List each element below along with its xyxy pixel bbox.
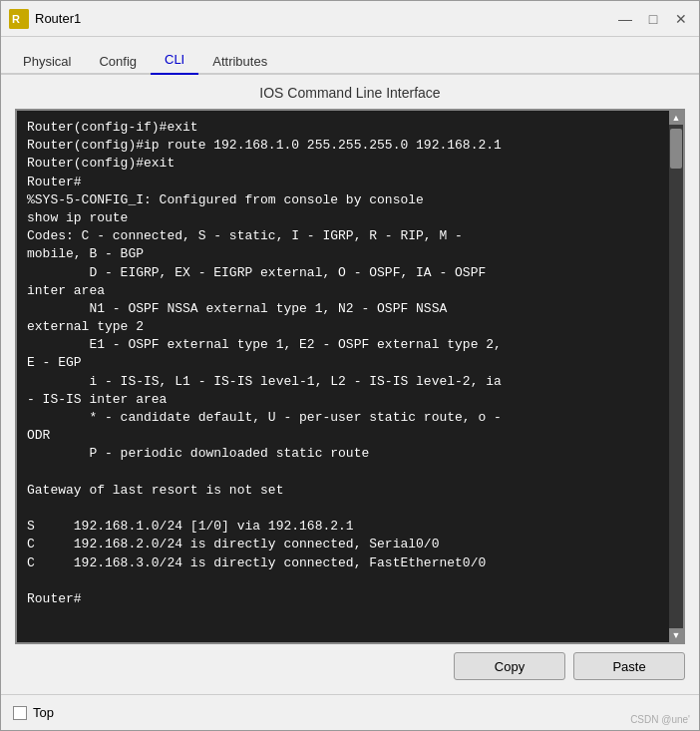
title-bar: R Router1 — □ ✕	[1, 1, 699, 37]
scrollbar-down-button[interactable]: ▼	[669, 628, 683, 642]
main-content: IOS Command Line Interface Router(config…	[1, 75, 699, 694]
scrollbar-thumb[interactable]	[670, 129, 682, 169]
maximize-button[interactable]: □	[643, 9, 663, 29]
tab-bar: Physical Config CLI Attributes	[1, 37, 699, 75]
terminal-scrollbar[interactable]: ▲ ▼	[669, 111, 683, 642]
top-checkbox-wrapper: Top	[13, 705, 54, 720]
close-button[interactable]: ✕	[671, 9, 691, 29]
window-title: Router1	[35, 11, 615, 26]
tab-cli[interactable]: CLI	[151, 46, 198, 75]
scrollbar-up-button[interactable]: ▲	[669, 111, 683, 125]
top-checkbox[interactable]	[13, 706, 27, 720]
footer: Top CSDN @une'	[1, 694, 699, 730]
tab-attributes[interactable]: Attributes	[198, 48, 281, 75]
terminal-output[interactable]: Router(config-if)#exit Router(config)#ip…	[17, 111, 683, 642]
copy-button[interactable]: Copy	[454, 652, 565, 680]
window-controls: — □ ✕	[615, 9, 691, 29]
paste-button[interactable]: Paste	[573, 652, 685, 680]
app-icon: R	[9, 9, 29, 29]
router-window: R Router1 — □ ✕ Physical Config CLI Attr…	[0, 0, 700, 731]
section-title: IOS Command Line Interface	[259, 85, 440, 101]
watermark: CSDN @une'	[630, 714, 690, 725]
tab-physical[interactable]: Physical	[9, 48, 85, 75]
button-row: Copy Paste	[15, 644, 685, 684]
tab-config[interactable]: Config	[85, 48, 151, 75]
terminal-container: Router(config-if)#exit Router(config)#ip…	[15, 109, 685, 644]
minimize-button[interactable]: —	[615, 9, 635, 29]
svg-text:R: R	[12, 13, 20, 25]
top-label: Top	[33, 705, 54, 720]
